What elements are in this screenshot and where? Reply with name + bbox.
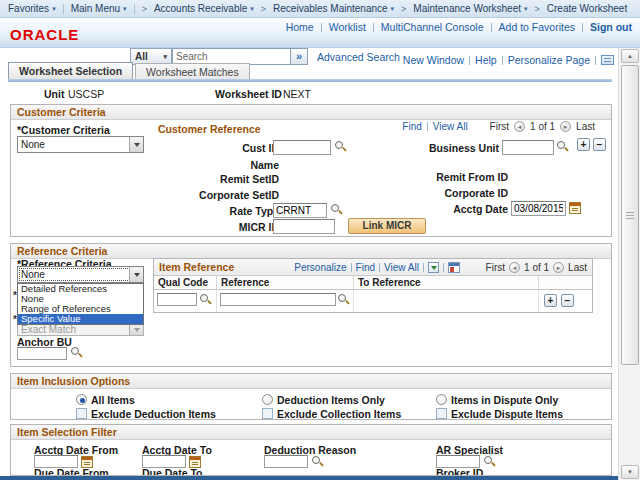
previous-row-icon[interactable]: ◂ bbox=[514, 121, 525, 132]
tab-worksheet-selection[interactable]: Worksheet Selection bbox=[8, 62, 133, 79]
exclude-deduction-items-checkbox[interactable] bbox=[76, 408, 87, 419]
separator bbox=[491, 23, 492, 32]
acctg-date-calendar-icon[interactable] bbox=[569, 202, 581, 214]
previous-row-icon[interactable]: ◂ bbox=[509, 262, 520, 273]
first-label[interactable]: First bbox=[490, 121, 509, 132]
view-all-link[interactable]: View All bbox=[384, 262, 419, 273]
exclude-dispute-items-checkbox[interactable] bbox=[436, 408, 447, 419]
scroll-down-icon[interactable]: ▼ bbox=[621, 465, 639, 479]
exclude-collection-items-checkbox[interactable] bbox=[262, 408, 273, 419]
customer-criteria-groupbox: Customer Criteria *Customer Criteria Non… bbox=[10, 104, 612, 237]
separator bbox=[469, 56, 470, 65]
breadcrumb-label: Main Menu bbox=[71, 3, 120, 14]
last-label[interactable]: Last bbox=[568, 262, 587, 273]
chevron-down-icon: ▾ bbox=[250, 5, 254, 13]
micr-id-label: MICR ID bbox=[159, 221, 279, 233]
link-micr-button[interactable]: Link MICR bbox=[348, 218, 426, 234]
tab-underline bbox=[8, 79, 612, 82]
items-in-dispute-only-radio[interactable] bbox=[436, 394, 447, 405]
vertical-scrollbar[interactable]: ▲ ▼ bbox=[618, 48, 640, 480]
chevron-down-icon: ▾ bbox=[123, 5, 127, 13]
help-link[interactable]: Help bbox=[475, 54, 497, 66]
business-unit-lookup-icon[interactable] bbox=[557, 141, 569, 153]
chevron-down-icon[interactable] bbox=[129, 137, 143, 152]
add-to-favorites-link[interactable]: Add to Favorites bbox=[499, 21, 575, 33]
separator bbox=[379, 263, 380, 272]
separator bbox=[423, 263, 424, 272]
breadcrumb-item-favorites[interactable]: Favorites ▾ bbox=[8, 3, 56, 14]
breadcrumb-chevron-icon: > bbox=[261, 4, 266, 14]
separator bbox=[595, 56, 596, 65]
business-unit-input[interactable] bbox=[502, 140, 554, 155]
column-header-reference[interactable]: Reference bbox=[217, 276, 354, 289]
rate-type-input[interactable] bbox=[273, 203, 327, 218]
personalize-link[interactable]: Personalize bbox=[294, 262, 346, 273]
acctg-date-input[interactable] bbox=[511, 201, 566, 216]
advanced-search-link[interactable]: Advanced Search bbox=[317, 51, 400, 63]
scroll-up-icon[interactable]: ▲ bbox=[621, 49, 639, 63]
separator bbox=[321, 23, 322, 32]
section-title: Item Inclusion Options bbox=[17, 375, 130, 387]
sign-out-link[interactable]: Sign out bbox=[590, 21, 632, 33]
view-all-link[interactable]: View All bbox=[433, 121, 468, 132]
chevron-down-icon[interactable] bbox=[129, 267, 143, 282]
chevron-down-icon: ▾ bbox=[163, 53, 167, 61]
cust-id-lookup-icon[interactable] bbox=[335, 141, 347, 153]
breadcrumb-chevron-icon: > bbox=[535, 4, 540, 14]
home-link[interactable]: Home bbox=[286, 21, 314, 33]
download-spreadsheet-icon[interactable] bbox=[428, 262, 439, 273]
cust-id-label: Cust ID bbox=[159, 142, 279, 154]
micr-id-input[interactable] bbox=[273, 219, 335, 234]
breadcrumb-item-create-worksheet[interactable]: Create Worksheet bbox=[547, 3, 627, 14]
next-row-icon[interactable]: ▸ bbox=[560, 121, 571, 132]
deduction-items-only-radio[interactable] bbox=[262, 394, 273, 405]
next-row-icon[interactable]: ▸ bbox=[553, 262, 564, 273]
business-unit-label: Business Unit bbox=[379, 142, 499, 154]
reference-criteria-groupbox: Reference Criteria *Reference Criteria N… bbox=[10, 243, 612, 367]
cust-id-input[interactable] bbox=[273, 140, 331, 155]
column-header-qual-code[interactable]: Qual Code bbox=[154, 276, 217, 289]
find-link[interactable]: Find bbox=[356, 262, 375, 273]
item-selection-filter-header: Item Selection Filter bbox=[11, 425, 611, 440]
rate-type-lookup-icon[interactable] bbox=[331, 204, 343, 216]
qual-code-lookup-icon[interactable] bbox=[200, 294, 212, 306]
worksheet-id-value: NEXT bbox=[283, 88, 311, 100]
search-go-button[interactable]: » bbox=[290, 48, 308, 65]
multichannel-console-link[interactable]: MultiChannel Console bbox=[381, 21, 484, 33]
new-window-link[interactable]: New Window bbox=[403, 54, 464, 66]
to-reference-cell bbox=[354, 290, 539, 312]
breadcrumb-item-receivables-maintenance[interactable]: Receivables Maintenance ▾ bbox=[273, 3, 394, 14]
breadcrumb-item-maintenance-worksheet[interactable]: Maintenance Worksheet ▾ bbox=[413, 3, 527, 14]
personalize-page-link[interactable]: Personalize Page bbox=[508, 54, 590, 66]
tab-worksheet-matches[interactable]: Worksheet Matches bbox=[135, 63, 250, 79]
qual-code-input[interactable] bbox=[157, 293, 197, 306]
add-row-button[interactable]: + bbox=[544, 294, 557, 307]
all-items-radio[interactable] bbox=[76, 394, 87, 405]
header-bar: ORACLE Home Worklist MultiChannel Consol… bbox=[0, 18, 640, 48]
add-row-button[interactable]: + bbox=[577, 138, 590, 151]
ar-specialist-lookup-icon[interactable] bbox=[484, 456, 496, 468]
deduction-reason-lookup-icon[interactable] bbox=[312, 456, 324, 468]
worklist-link[interactable]: Worklist bbox=[329, 21, 366, 33]
reference-criteria-select[interactable]: None bbox=[17, 266, 144, 283]
anchor-bu-lookup-icon[interactable] bbox=[71, 347, 83, 359]
anchor-bu-input[interactable] bbox=[17, 347, 67, 360]
item-selection-filter-groupbox: Item Selection Filter Acctg Date From Ac… bbox=[10, 424, 612, 476]
deduction-reason-input[interactable] bbox=[264, 455, 308, 468]
reference-input[interactable] bbox=[220, 293, 336, 306]
delete-row-button[interactable]: − bbox=[593, 138, 606, 151]
customer-criteria-select[interactable]: None bbox=[17, 136, 144, 153]
zoom-grid-icon[interactable] bbox=[448, 262, 460, 273]
customer-criteria-header: Customer Criteria bbox=[11, 105, 611, 120]
find-link[interactable]: Find bbox=[402, 121, 421, 132]
dropdown-option-specific-value[interactable]: Specific Value bbox=[18, 314, 143, 324]
scrollbar-thumb[interactable] bbox=[621, 65, 639, 365]
reference-lookup-icon[interactable] bbox=[338, 294, 350, 306]
column-header-to-reference[interactable]: To Reference bbox=[354, 276, 539, 289]
first-label[interactable]: First bbox=[486, 262, 505, 273]
last-label[interactable]: Last bbox=[576, 121, 595, 132]
http-window-icon[interactable] bbox=[601, 55, 614, 65]
breadcrumb-item-accounts-receivable[interactable]: Accounts Receivable ▾ bbox=[154, 3, 254, 14]
breadcrumb-item-main-menu[interactable]: Main Menu ▾ bbox=[71, 3, 127, 14]
delete-row-button[interactable]: − bbox=[561, 294, 574, 307]
